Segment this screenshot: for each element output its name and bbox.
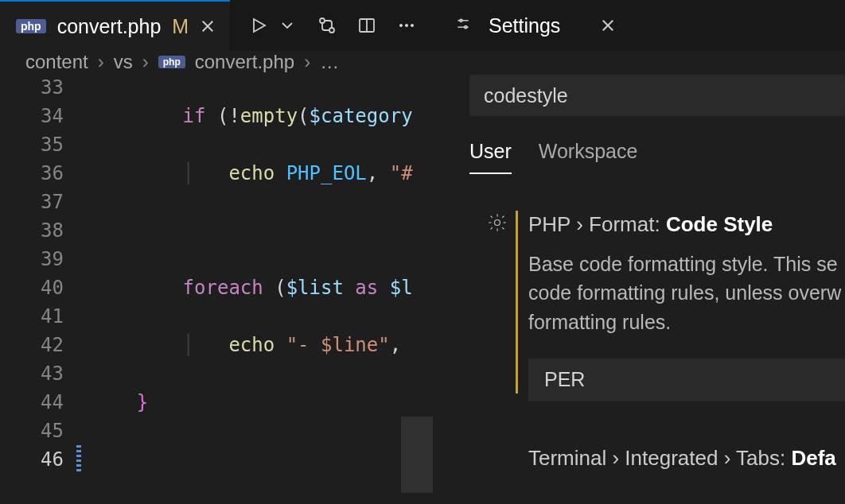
svg-point-5 [406, 24, 408, 26]
chevron-right-icon: › [142, 51, 149, 73]
close-icon[interactable] [600, 17, 616, 33]
breadcrumb-more[interactable]: … [320, 51, 339, 73]
code-content[interactable]: if (!empty($category │ echo PHP_EOL, "# … [72, 73, 433, 504]
more-icon[interactable] [397, 16, 416, 35]
setting-php-codestyle: PHP › Format: Code Style Base code forma… [469, 212, 845, 401]
git-compare-icon[interactable] [317, 16, 337, 35]
svg-point-0 [320, 18, 325, 23]
setting-heading: PHP › Format: Code Style [528, 212, 845, 237]
editor-tab-bar: php convert.php M [0, 0, 433, 51]
settings-tab[interactable]: Settings [433, 0, 845, 51]
settings-title: Settings [489, 14, 560, 37]
code-editor[interactable]: 33343536373839 40414243444546 if (!empty… [0, 73, 433, 504]
chevron-right-icon: › [304, 51, 310, 73]
active-line-indicator [76, 445, 81, 474]
line-gutter: 33343536373839 40414243444546 [0, 73, 72, 504]
settings-scope-tabs: User Workspace [469, 140, 845, 174]
svg-point-11 [495, 220, 500, 226]
gear-icon[interactable] [487, 212, 508, 233]
settings-search-input[interactable] [469, 75, 845, 116]
crumb[interactable]: convert.php [195, 51, 294, 73]
svg-point-6 [411, 24, 414, 26]
setting-description: Base code formatting style. This se code… [528, 250, 845, 336]
chevron-down-icon[interactable] [278, 16, 297, 35]
scope-tab-workspace[interactable]: Workspace [539, 140, 638, 174]
svg-point-1 [329, 28, 334, 33]
editor-pane: php convert.php M conten [0, 0, 433, 504]
php-badge-icon: php [16, 19, 46, 33]
setting-terminal-tabs: Terminal › Integrated › Tabs: Defa [469, 446, 845, 471]
editor-actions [230, 16, 416, 35]
chevron-right-icon: › [98, 51, 104, 73]
tab-title: convert.php [57, 15, 162, 38]
setting-select-codestyle[interactable]: PER [528, 359, 845, 401]
crumb[interactable]: vs [114, 51, 133, 73]
tab-modified-indicator: M [172, 15, 189, 38]
modified-indicator [516, 211, 518, 394]
minimap-slider[interactable] [401, 417, 433, 493]
scope-tab-user[interactable]: User [469, 140, 512, 174]
editor-tab-convert[interactable]: php convert.php M [0, 0, 230, 51]
split-editor-icon[interactable] [357, 16, 376, 35]
svg-point-4 [400, 24, 403, 26]
breadcrumb[interactable]: content › vs › php convert.php › … [0, 51, 433, 73]
settings-sliders-icon [455, 16, 471, 35]
settings-pane: Settings User Workspace PHP › Format: Co… [433, 0, 845, 504]
settings-body: User Workspace PHP › Format: Code Style … [433, 51, 845, 504]
php-badge-icon: php [158, 56, 185, 68]
run-icon[interactable] [249, 16, 268, 35]
crumb[interactable]: content [25, 51, 88, 73]
close-icon[interactable] [200, 18, 216, 34]
